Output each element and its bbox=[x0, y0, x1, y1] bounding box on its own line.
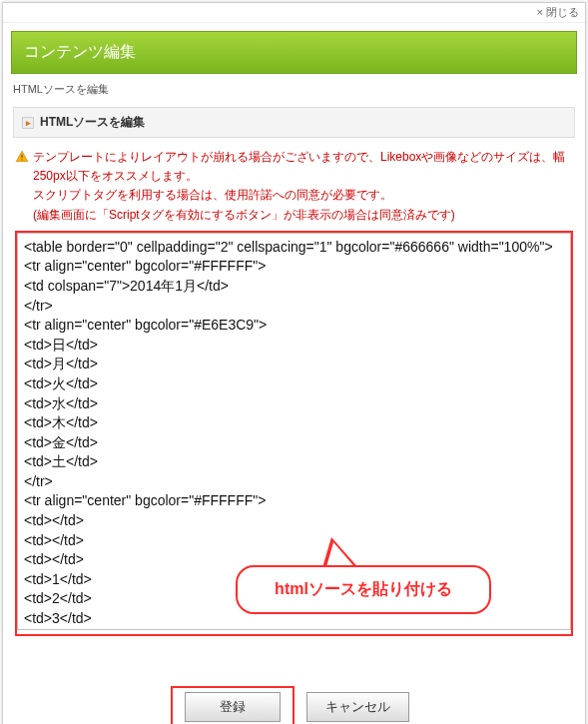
warning-message: テンプレートによりレイアウトが崩れる場合がございますので、Likeboxや画像な… bbox=[15, 148, 573, 225]
section-header: ▸HTMLソースを編集 bbox=[13, 107, 575, 138]
section-bullet-icon: ▸ bbox=[22, 117, 34, 129]
submit-button[interactable]: 登録 bbox=[185, 692, 281, 722]
warning-icon bbox=[15, 150, 29, 164]
submit-highlight: 登録 bbox=[171, 686, 294, 724]
close-button[interactable]: × 閉じる bbox=[537, 6, 579, 18]
callout-text: htmlソースを貼り付ける bbox=[236, 565, 491, 614]
warning-line-2: スクリプトタグを利用する場合は、使用許諾への同意が必要です。 bbox=[15, 186, 573, 205]
svg-rect-0 bbox=[21, 155, 22, 159]
annotation-callout: htmlソースを貼り付ける bbox=[236, 565, 491, 614]
close-bar: × 閉じる bbox=[3, 3, 585, 23]
svg-rect-1 bbox=[21, 159, 22, 160]
section-header-label: HTMLソースを編集 bbox=[40, 115, 145, 129]
breadcrumb: HTMLソースを編集 bbox=[13, 82, 575, 97]
dialog-window: × 閉じる コンテンツ編集 HTMLソースを編集 ▸HTMLソースを編集 テンプ… bbox=[2, 2, 586, 724]
dialog-title: コンテンツ編集 bbox=[11, 31, 577, 74]
warning-line-3: (編集画面に「Scriptタグを有効にするボタン」が非表示の場合は同意済みです) bbox=[15, 206, 573, 225]
cancel-button[interactable]: キャンセル bbox=[306, 692, 409, 722]
warning-line-1: テンプレートによりレイアウトが崩れる場合がございますので、Likeboxや画像な… bbox=[33, 148, 573, 186]
button-row: 登録 キャンセル bbox=[3, 686, 585, 724]
